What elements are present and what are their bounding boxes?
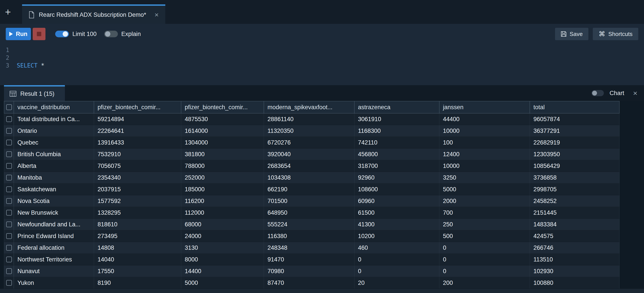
row-checkbox-cell bbox=[4, 219, 14, 230]
cell: 14400 bbox=[181, 266, 264, 277]
column-header[interactable]: pfizer_biontech_comir... bbox=[94, 101, 181, 113]
row-checkbox[interactable] bbox=[6, 116, 12, 122]
limit-label: Limit 100 bbox=[72, 31, 97, 38]
column-header[interactable]: astrazeneca bbox=[354, 101, 440, 113]
limit-toggle[interactable] bbox=[55, 31, 69, 37]
row-checkbox[interactable] bbox=[6, 140, 12, 146]
table-row[interactable]: Federal allocation1480831302483484600266… bbox=[4, 242, 620, 254]
row-checkbox-cell bbox=[4, 148, 14, 160]
panel-footer bbox=[0, 289, 644, 293]
editor-tab-bar: + Rearc Redshift ADX Subscription Demo* … bbox=[0, 0, 644, 24]
toggle-knob bbox=[105, 31, 110, 36]
row-checkbox[interactable] bbox=[6, 186, 12, 192]
column-header[interactable]: janssen bbox=[440, 101, 530, 113]
table-row[interactable]: Total distributed in Ca...59214894487553… bbox=[4, 114, 620, 125]
row-checkbox[interactable] bbox=[6, 163, 12, 169]
table-row[interactable]: Newfoundland and La...818610680005552244… bbox=[4, 219, 620, 230]
sql-editor[interactable]: 1 2 3 SELECT * FROM "rearc_adx_demo_data… bbox=[0, 44, 644, 85]
stop-button[interactable] bbox=[33, 28, 46, 40]
cell: 7532910 bbox=[94, 148, 181, 160]
save-button[interactable]: Save bbox=[555, 28, 588, 40]
row-checkbox-cell bbox=[4, 230, 14, 242]
cell: 250 bbox=[440, 219, 530, 230]
table-row[interactable]: Ontario222646411614000113203501168300100… bbox=[4, 125, 620, 137]
row-checkbox[interactable] bbox=[6, 175, 12, 180]
row-checkbox[interactable] bbox=[6, 233, 12, 239]
cell: 112000 bbox=[181, 207, 264, 218]
cell: Newfoundland and La... bbox=[14, 219, 94, 230]
cell: 41300 bbox=[354, 219, 440, 230]
column-header[interactable]: vaccine_distribution bbox=[14, 101, 94, 113]
row-checkbox[interactable] bbox=[6, 245, 12, 251]
header-checkbox[interactable] bbox=[6, 104, 12, 110]
row-checkbox[interactable] bbox=[6, 198, 12, 204]
cell: 5000 bbox=[181, 277, 264, 288]
row-checkbox[interactable] bbox=[6, 222, 12, 227]
cell: 10000 bbox=[440, 160, 530, 172]
cell: 7056075 bbox=[94, 160, 181, 172]
cell: 818610 bbox=[94, 219, 181, 230]
cell: 20 bbox=[354, 277, 440, 288]
sql-code[interactable]: SELECT * FROM "rearc_adx_demo_data_share… bbox=[13, 46, 283, 85]
table-row[interactable]: Nunavut17550144007098000102930 bbox=[4, 266, 620, 277]
table-row[interactable]: Alberta705607578800026836543187001000010… bbox=[4, 160, 620, 172]
cell: 500 bbox=[440, 230, 530, 242]
save-label: Save bbox=[570, 31, 583, 38]
cell: Total distributed in Ca... bbox=[14, 114, 94, 125]
cell: 0 bbox=[440, 254, 530, 265]
cell: 1614000 bbox=[181, 125, 264, 136]
result-tab[interactable]: Result 1 (15) bbox=[4, 85, 65, 101]
cell: 13916433 bbox=[94, 137, 181, 148]
row-checkbox[interactable] bbox=[6, 210, 12, 216]
table-row[interactable]: Northwest Territories1404080009147000113… bbox=[4, 254, 620, 266]
explain-toggle[interactable] bbox=[104, 31, 118, 37]
shortcuts-button[interactable]: ⌘ Shortcuts bbox=[593, 28, 638, 40]
cell: Quebec bbox=[14, 137, 94, 148]
result-tab-label: Result 1 (15) bbox=[20, 90, 54, 97]
new-tab-button[interactable]: + bbox=[0, 0, 16, 24]
row-checkbox-cell bbox=[4, 207, 14, 218]
row-checkbox[interactable] bbox=[6, 128, 12, 134]
cell: 59214894 bbox=[94, 114, 181, 125]
row-checkbox[interactable] bbox=[6, 280, 12, 286]
chart-toggle[interactable] bbox=[592, 90, 604, 96]
cell: 1168300 bbox=[354, 125, 440, 136]
run-button[interactable]: Run bbox=[6, 28, 31, 40]
cell: 17550 bbox=[94, 266, 181, 277]
table-row[interactable]: New Brunswick132829511200064895061500700… bbox=[4, 207, 620, 219]
save-icon bbox=[561, 31, 566, 37]
table-row[interactable]: Nova Scotia15775921162007015006096020002… bbox=[4, 195, 620, 207]
tab-close-icon[interactable]: × bbox=[154, 11, 159, 19]
column-header[interactable]: pfizer_biontech_comir... bbox=[181, 101, 264, 113]
cell: 8190 bbox=[94, 277, 181, 288]
row-checkbox[interactable] bbox=[6, 268, 12, 274]
cell: 92960 bbox=[354, 172, 440, 183]
cell: 0 bbox=[354, 266, 440, 277]
sql-code-line: SELECT * bbox=[17, 62, 283, 70]
table-row[interactable]: British Columbia753291038180039200404568… bbox=[4, 148, 620, 160]
cell: 8000 bbox=[181, 254, 264, 265]
results-close-icon[interactable]: × bbox=[633, 89, 638, 98]
cell: 1328295 bbox=[94, 207, 181, 218]
play-icon bbox=[9, 32, 13, 36]
cell: 113510 bbox=[530, 254, 619, 265]
table-row[interactable]: Saskatchewan2037915185000662190108600500… bbox=[4, 184, 620, 195]
column-header[interactable]: total bbox=[530, 101, 619, 113]
row-checkbox[interactable] bbox=[6, 256, 12, 262]
cell: 273495 bbox=[94, 230, 181, 242]
table-row[interactable]: Manitoba23543402520001034308929603250373… bbox=[4, 172, 620, 184]
column-header[interactable]: moderna_spikevaxfoot... bbox=[264, 101, 354, 113]
cell: 788000 bbox=[181, 160, 264, 172]
cell: 100 bbox=[440, 137, 530, 148]
cell: 2151445 bbox=[530, 207, 619, 218]
row-checkbox-cell bbox=[4, 160, 14, 172]
toggle-knob bbox=[63, 31, 68, 36]
table-row[interactable]: Yukon819050008747020200100880 bbox=[4, 277, 620, 289]
line-number: 1 bbox=[0, 46, 9, 54]
table-row[interactable]: Prince Edward Island27349524000116380102… bbox=[4, 230, 620, 242]
row-checkbox-cell bbox=[4, 172, 14, 183]
cell: 1304000 bbox=[181, 137, 264, 148]
editor-tab[interactable]: Rearc Redshift ADX Subscription Demo* × bbox=[22, 4, 165, 24]
row-checkbox[interactable] bbox=[6, 151, 12, 157]
table-row[interactable]: Quebec1391643313040006720276742110100226… bbox=[4, 137, 620, 148]
